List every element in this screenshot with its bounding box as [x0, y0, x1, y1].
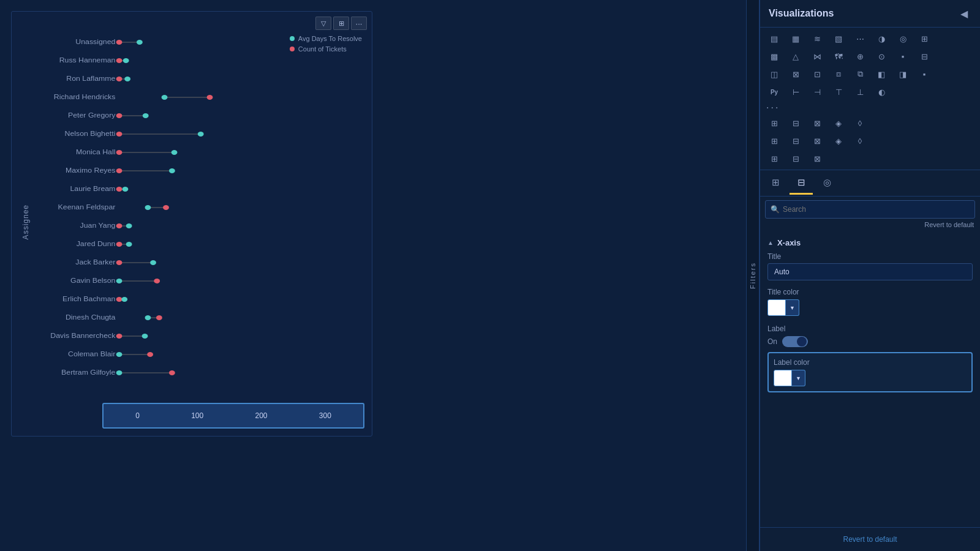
- viz-icon-qa[interactable]: ◧: [871, 66, 892, 83]
- filters-label: Filters: [749, 262, 756, 289]
- viz-icon-grid3[interactable]: ⊠: [807, 114, 827, 132]
- viz-icon-line[interactable]: ≋: [807, 30, 827, 47]
- collapse-panel-button[interactable]: ◀: [957, 6, 971, 21]
- svg-point-38: [145, 205, 151, 210]
- viz-icon-c1[interactable]: ⊞: [764, 150, 785, 167]
- viz-icon-treemap[interactable]: ⊞: [914, 30, 935, 47]
- svg-text:Russ Hanneman: Russ Hanneman: [59, 57, 116, 64]
- viz-icon-smart[interactable]: ◨: [892, 66, 913, 83]
- svg-point-74: [116, 370, 123, 375]
- chart-toolbar: ▽ ⊞ ···: [315, 17, 367, 30]
- viz-icon-gauge[interactable]: ⊕: [850, 48, 870, 65]
- more-viz-dots: ···: [764, 101, 976, 114]
- chart-container: ▽ ⊞ ··· Avg Days To Resolve Count of Tic…: [11, 11, 372, 437]
- revert-default-button[interactable]: Revert to default: [765, 533, 975, 546]
- viz-icon-teams[interactable]: ⊥: [850, 83, 870, 100]
- svg-text:Davis Bannercheck: Davis Bannercheck: [50, 332, 116, 339]
- viz-icon-multi-row[interactable]: ⊡: [807, 66, 827, 83]
- viz-icon-powerpoint[interactable]: ⊤: [828, 83, 849, 100]
- title-form-group: Title: [767, 252, 973, 280]
- viz-icon-py[interactable]: Py: [764, 83, 785, 100]
- viz-icon-grid2[interactable]: ⊟: [785, 114, 806, 132]
- toggle-thumb: [797, 337, 807, 347]
- svg-point-47: [126, 242, 132, 247]
- grid-button[interactable]: ⊞: [333, 17, 349, 30]
- svg-point-6: [116, 58, 123, 63]
- viz-icon-column[interactable]: ▦: [785, 30, 806, 47]
- viz-icon-b1[interactable]: ⊞: [764, 132, 785, 149]
- viz-icon-grid4[interactable]: ◈: [828, 114, 849, 132]
- svg-point-70: [116, 352, 123, 357]
- viz-icon-key-inf[interactable]: ⧉: [850, 66, 870, 83]
- viz-icon-area[interactable]: ▧: [828, 30, 849, 47]
- viz-icon-donut[interactable]: ◎: [892, 30, 913, 47]
- viz-icon-table[interactable]: ⊠: [785, 66, 806, 83]
- svg-point-39: [163, 205, 169, 210]
- viz-icon-map[interactable]: 🗺: [828, 48, 849, 65]
- chart-svg: Unassigned Russ Hanneman Ron Laflamme Ri…: [36, 33, 361, 400]
- filters-panel: Filters: [746, 0, 760, 551]
- toggle-control[interactable]: [782, 336, 808, 347]
- svg-point-35: [123, 187, 129, 192]
- svg-text:Ron Laflamme: Ron Laflamme: [66, 75, 115, 82]
- svg-point-75: [169, 370, 175, 375]
- viz-icon-paginated[interactable]: ▪: [914, 66, 935, 83]
- viz-icon-b5[interactable]: ◊: [850, 132, 870, 149]
- viz-icon-scatter[interactable]: ⋯: [850, 30, 870, 47]
- viz-icon-c3[interactable]: ⊠: [807, 150, 827, 167]
- viz-icon-r[interactable]: ⊢: [785, 83, 806, 100]
- viz-icon-kpi[interactable]: ⊙: [871, 48, 892, 65]
- title-color-dropdown[interactable]: ▼: [786, 299, 799, 316]
- viz-icon-ribbon[interactable]: ⋈: [807, 48, 827, 65]
- tab-format[interactable]: ⊟: [790, 171, 813, 195]
- viz-icon-bar[interactable]: ▤: [764, 30, 785, 47]
- tab-analytics[interactable]: ◎: [815, 171, 839, 195]
- svg-text:Juan Yang: Juan Yang: [80, 222, 116, 229]
- viz-icon-b3[interactable]: ⊠: [807, 132, 827, 149]
- label-form-group: Label On: [767, 324, 973, 347]
- viz-icon-grid1[interactable]: ⊞: [764, 114, 785, 132]
- tab-fields[interactable]: ⊞: [764, 171, 787, 195]
- search-input[interactable]: [765, 200, 975, 219]
- viz-icon-slicer[interactable]: ◫: [764, 66, 785, 83]
- svg-text:Richard Hendricks: Richard Hendricks: [54, 94, 116, 100]
- panel-tabs: ⊞ ⊟ ◎: [760, 170, 980, 197]
- svg-point-2: [116, 40, 123, 45]
- visualizations-panel: Visualizations ◀ ▤ ▦ ≋ ▧ ⋯ ◑ ◎ ⊞ ▩ △ ⋈ 🗺: [760, 0, 980, 551]
- viz-icon-word[interactable]: ⊣: [807, 83, 827, 100]
- viz-icon-c2[interactable]: ⊟: [785, 150, 806, 167]
- title-color-picker: ▼: [767, 299, 973, 316]
- x-tick-300: 300: [319, 411, 331, 420]
- viz-icon-matrix[interactable]: ⊟: [914, 48, 935, 65]
- search-box: 🔍: [765, 200, 975, 219]
- x-axis-label: X-axis: [777, 238, 801, 247]
- main-chart-area: ▽ ⊞ ··· Avg Days To Resolve Count of Tic…: [0, 0, 746, 551]
- label-color-dropdown[interactable]: ▼: [792, 370, 805, 386]
- svg-text:Keenan Feldspar: Keenan Feldspar: [58, 204, 116, 211]
- x-tick-0: 0: [135, 411, 140, 420]
- title-field-label: Title: [767, 252, 973, 261]
- viz-icon-funnel[interactable]: △: [785, 48, 806, 65]
- viz-icon-decomp[interactable]: ⧈: [828, 66, 849, 83]
- viz-icon-card[interactable]: ▪: [892, 48, 913, 65]
- title-color-swatch[interactable]: [767, 299, 786, 316]
- svg-point-50: [116, 260, 123, 265]
- filter-button[interactable]: ▽: [315, 17, 331, 30]
- svg-text:Gavin Belson: Gavin Belson: [70, 277, 115, 284]
- title-field[interactable]: [767, 263, 973, 280]
- toggle-row: On: [767, 336, 973, 347]
- more-button[interactable]: ···: [351, 17, 367, 30]
- svg-point-10: [116, 77, 123, 81]
- viz-icon-b2[interactable]: ⊟: [785, 132, 806, 149]
- viz-icon-pie[interactable]: ◑: [871, 30, 892, 47]
- label-color-swatch[interactable]: [774, 370, 792, 386]
- svg-point-19: [143, 113, 149, 118]
- svg-point-59: [121, 297, 127, 302]
- viz-icon-waterfall[interactable]: ▩: [764, 48, 785, 65]
- viz-icon-b4[interactable]: ◈: [828, 132, 849, 149]
- svg-point-34: [116, 187, 123, 192]
- viz-icon-azure[interactable]: ◐: [871, 83, 892, 100]
- x-axis-section-header[interactable]: ▲ X-axis: [767, 234, 973, 252]
- viz-icon-grid5[interactable]: ◊: [850, 114, 870, 132]
- svg-text:Peter Gregory: Peter Gregory: [68, 112, 116, 119]
